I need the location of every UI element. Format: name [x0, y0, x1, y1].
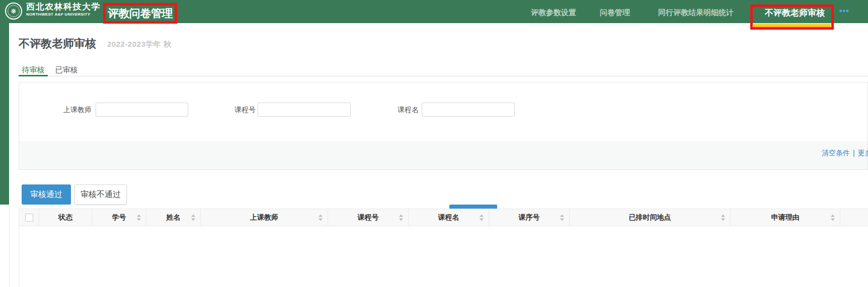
- sort-down-icon: [399, 218, 403, 221]
- nav-item-0[interactable]: 评教参数设置: [530, 8, 577, 18]
- column-header-2: 姓名: [146, 209, 201, 226]
- select-all-checkbox[interactable]: [25, 214, 33, 222]
- column-header-7: 已排时间地点: [570, 209, 731, 226]
- sort-down-icon: [831, 218, 835, 221]
- sort-up-icon: [721, 214, 725, 217]
- course-no-label: 课程号: [210, 106, 256, 114]
- sort-down-icon: [191, 218, 195, 221]
- course-name-label: 课程名: [373, 106, 419, 114]
- sort-up-icon: [191, 214, 195, 217]
- university-name-en: NORTHWEST A&F UNIVERSITY: [26, 13, 101, 17]
- column-label: 课程名: [438, 213, 459, 222]
- active-nav-underline: [753, 24, 831, 27]
- more-menu-icon[interactable]: •••: [839, 7, 849, 16]
- column-label: 已排时间地点: [629, 213, 671, 222]
- left-green-strip: [0, 23, 9, 205]
- nav-item-2[interactable]: 同行评教结果明细统计: [658, 8, 734, 18]
- course-name-input[interactable]: [422, 103, 515, 117]
- sort-up-icon: [831, 214, 835, 217]
- semester-label: 2022-2023学年 秋: [107, 40, 171, 49]
- column-label: 状态: [58, 213, 72, 222]
- column-header-1: 学号: [92, 209, 146, 226]
- page-title: 不评教老师审核: [19, 36, 96, 51]
- sort-icon[interactable]: [399, 214, 403, 221]
- column-header-5: 课程名: [409, 209, 489, 226]
- select-all-cell: [19, 209, 39, 226]
- sort-up-icon: [137, 214, 141, 217]
- table-body: [19, 226, 868, 287]
- column-header-8: 申请理由: [731, 209, 840, 226]
- more-filters-link[interactable]: 更多: [858, 149, 868, 157]
- sort-icon[interactable]: [480, 214, 484, 221]
- nav-item-1[interactable]: 问卷管理: [599, 8, 630, 18]
- sort-down-icon: [319, 218, 323, 221]
- university-name-block: 西北农林科技大学 NORTHWEST A&F UNIVERSITY: [26, 3, 101, 17]
- sort-up-icon: [560, 214, 564, 217]
- sort-down-icon: [480, 218, 484, 221]
- link-divider: |: [853, 149, 855, 157]
- clear-filters-link[interactable]: 清空条件: [822, 149, 850, 157]
- column-header-4: 课程号: [328, 209, 409, 226]
- teacher-input[interactable]: [96, 103, 188, 117]
- teacher-label: 上课教师: [46, 106, 92, 114]
- sort-down-icon: [560, 218, 564, 221]
- filter-panel: 上课教师课程号课程名 搜索: [19, 82, 868, 170]
- tabs-divider: [19, 76, 868, 76]
- column-label: 申请理由: [771, 213, 800, 222]
- column-header-3: 上课教师: [201, 209, 328, 226]
- sort-icon[interactable]: [831, 214, 835, 221]
- reject-button[interactable]: 审核不通过: [74, 184, 127, 205]
- tab-pending-review[interactable]: 待审核: [19, 65, 47, 75]
- column-label: 课序号: [519, 213, 540, 222]
- column-header-6: 课序号: [489, 209, 570, 226]
- column-header-0: 状态: [39, 209, 92, 226]
- sort-up-icon: [399, 214, 403, 217]
- approve-button[interactable]: 审核通过: [22, 184, 71, 205]
- sort-icon[interactable]: [721, 214, 725, 221]
- tab-reviewed[interactable]: 已审核: [52, 65, 81, 75]
- sort-up-icon: [480, 214, 484, 217]
- course-no-input[interactable]: [258, 103, 351, 117]
- active-tab-underline: [19, 75, 48, 76]
- column-label: 课程号: [358, 213, 379, 222]
- sort-icon[interactable]: [560, 214, 564, 221]
- sort-down-icon: [721, 218, 725, 221]
- app-title: 评教问卷管理: [108, 6, 173, 21]
- university-logo-seal-icon: ❋: [5, 3, 22, 20]
- column-label: 上课教师: [250, 213, 278, 222]
- sort-icon[interactable]: [191, 214, 195, 221]
- sort-icon[interactable]: [319, 214, 323, 221]
- sort-icon[interactable]: [137, 214, 141, 221]
- university-name-cn: 西北农林科技大学: [26, 3, 101, 11]
- annotation-highlight-app-title: 评教问卷管理: [103, 3, 177, 24]
- header-spacer-cell: [840, 209, 868, 226]
- filter-footer: 搜索: [19, 141, 867, 169]
- filter-links: 清空条件|更多: [822, 149, 868, 158]
- sort-up-icon: [319, 214, 323, 217]
- app-header: ❋ 西北农林科技大学 NORTHWEST A&F UNIVERSITY 评教问卷…: [0, 0, 868, 23]
- sort-down-icon: [137, 218, 141, 221]
- column-label: 姓名: [167, 213, 181, 222]
- column-label: 学号: [112, 213, 126, 222]
- table-header: 状态学号姓名上课教师课程号课程名课序号已排时间地点申请理由: [19, 209, 868, 226]
- content-left-border: [9, 205, 10, 287]
